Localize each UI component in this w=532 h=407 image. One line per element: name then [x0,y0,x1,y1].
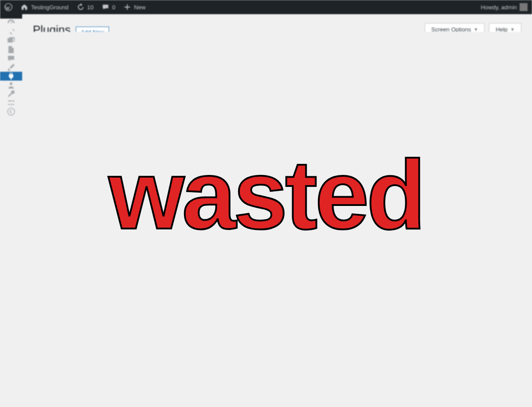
updates-link[interactable]: 10 [77,3,94,11]
plus-icon [123,3,131,11]
collapse-icon [7,107,16,116]
svg-point-1 [10,82,12,85]
chevron-down-icon: ▼ [510,27,515,32]
pin-icon [7,27,16,36]
menu-plugins[interactable] [0,72,22,81]
menu-tools[interactable] [0,89,22,98]
menu-media[interactable] [0,36,22,45]
page-icon [7,45,16,54]
menu-collapse[interactable] [0,107,22,116]
dashboard-icon [7,19,16,27]
wrench-icon [7,89,16,98]
howdy-link[interactable]: Howdy, admin [481,3,528,11]
menu-appearance[interactable] [0,63,22,72]
page-body: Screen Options ▼ Help ▼ Plugins Add New … [22,14,532,32]
menu-posts[interactable] [0,27,22,36]
svg-point-2 [8,108,15,115]
plugin-icon [7,72,16,81]
chevron-down-icon: ▼ [473,27,478,32]
user-icon [7,81,16,89]
site-name-link[interactable]: TestingGround [20,3,69,11]
comments-icon [7,54,16,63]
new-content-link[interactable]: New [123,3,145,11]
new-label: New [134,4,145,11]
site-name: TestingGround [31,4,69,11]
sliders-icon [7,98,16,107]
menu-users[interactable] [0,81,22,89]
help-label: Help [496,26,508,32]
admin-menu [0,14,22,19]
brush-icon [7,63,16,72]
howdy-text: Howdy, admin [481,4,517,11]
screen-options-label: Screen Options [431,26,471,32]
page-title: Plugins [33,23,70,32]
help-button[interactable]: Help ▼ [489,23,521,32]
media-icon [7,36,16,45]
wp-logo-icon[interactable] [4,3,12,11]
comments-count: 0 [112,4,115,11]
comments-link[interactable]: 0 [102,3,115,11]
updates-count: 10 [87,4,94,11]
admin-bar: TestingGround 10 0 New Howdy, admin [0,0,532,14]
avatar [520,3,528,11]
menu-settings[interactable] [0,98,22,107]
menu-comments[interactable] [0,54,22,63]
home-icon [20,3,28,11]
comment-icon [102,3,110,11]
screen-options-button[interactable]: Screen Options ▼ [425,23,485,32]
add-new-button[interactable]: Add New [76,27,109,32]
menu-pages[interactable] [0,45,22,54]
update-icon [77,3,85,11]
overlay-text: wasted [0,146,532,244]
menu-dashboard[interactable] [0,19,22,27]
